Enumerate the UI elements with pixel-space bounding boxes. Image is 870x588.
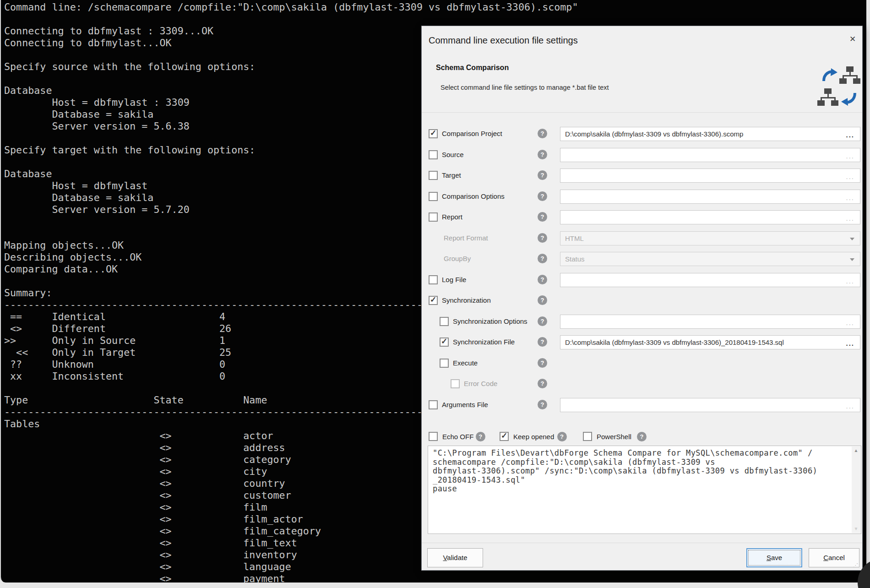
groupby-help-icon[interactable]: ? [538,254,547,263]
error-code-label: Error Code [464,380,497,387]
synchronization-options-label: Synchronization Options [453,317,527,325]
comparison-options-checkbox[interactable] [429,192,438,201]
synchronization-label: Synchronization [442,296,491,304]
comparison-project-label: Comparison Project [442,130,502,137]
row-report-format: Report Format?HTML [422,231,863,245]
synchronization-file-help-icon[interactable]: ? [538,337,547,347]
error-code-checkbox [451,379,460,388]
row-arguments-file: Arguments File?... [422,398,863,412]
row-source: Source?... [422,148,863,162]
keep-opened-label: Keep opened [513,433,554,441]
comparison-project-help-icon[interactable]: ? [538,129,547,138]
cancel-button[interactable]: Cancel [809,548,859,567]
row-groupby: GroupBy?Status [422,252,863,266]
execute-help-icon[interactable]: ? [538,358,547,368]
groupby-dropdown-caret-icon [850,258,854,261]
target-help-icon[interactable]: ? [538,170,547,180]
report-help-icon[interactable]: ? [538,212,547,222]
report-format-dropdown: HTML [560,231,860,245]
powershell-checkbox[interactable] [583,432,592,441]
keep-opened-checkbox[interactable]: ✓ [500,432,509,441]
log-file-browse-button: ... [846,274,854,287]
synchronization-options-browse-button: ... [846,316,854,329]
validate-button[interactable]: Validate [427,548,483,567]
error-code-help-icon[interactable]: ? [538,379,547,388]
dialog-title: Command line execution file settings [429,35,578,46]
echo-off-help-icon[interactable]: ? [476,432,485,441]
close-icon[interactable]: ✕ [847,33,859,45]
bat-file-text[interactable]: "C:\Program Files\Devart\dbForge Schema … [433,449,849,494]
check-icon: ✓ [501,431,507,441]
save-button[interactable]: Save [746,548,802,567]
source-help-icon[interactable]: ? [538,150,547,159]
comparison-project-input[interactable]: D:\comp\sakila (dbfmylast-3309 vs dbfmyl… [560,127,860,141]
synchronization-options-help-icon[interactable]: ? [538,316,547,326]
log-file-label: Log File [442,276,466,283]
source-input: ... [560,148,860,162]
settings-dialog: Command line execution file settings ✕ S… [421,26,863,571]
groupby-label: GroupBy [444,255,471,262]
synchronization-checkbox[interactable]: ✓ [429,296,438,305]
synchronization-options-input: ... [560,315,860,329]
row-execute: Execute? [422,356,863,370]
row-comparison-options: Comparison Options?... [422,190,863,204]
comparison-project-checkbox[interactable]: ✓ [429,129,438,138]
echo-off-checkbox[interactable] [429,432,438,441]
header-divider [422,112,862,113]
report-input: ... [560,210,860,224]
dialog-subtitle: Select command line file settings to man… [440,84,609,91]
bat-scrollbar[interactable]: ▲ ▼ [852,446,860,533]
resize-grip[interactable]: ⋰ [853,562,859,568]
report-format-help-icon[interactable]: ? [538,233,547,243]
check-icon: ✓ [430,128,436,138]
arguments-file-label: Arguments File [442,401,488,408]
row-log-file: Log File?... [422,273,863,287]
log-file-input: ... [560,273,860,287]
source-checkbox[interactable] [429,150,438,159]
schema-comparison-heading: Schema Comparison [436,64,509,72]
report-format-dropdown-caret-icon [850,238,854,240]
row-target: Target?... [422,169,863,183]
log-file-help-icon[interactable]: ? [538,275,547,284]
scroll-down-icon[interactable]: ▼ [852,525,860,533]
row-error-code: Error Code? [422,377,863,391]
echo-off-label: Echo OFF [442,433,473,441]
report-format-label: Report Format [444,234,488,242]
synchronization-file-checkbox[interactable]: ✓ [440,338,449,347]
row-synchronization: ✓Synchronization? [422,294,863,308]
comparison-project-browse-button[interactable]: ... [846,128,854,141]
synchronization-help-icon[interactable]: ? [538,295,547,305]
source-label: Source [442,151,464,158]
arguments-file-help-icon[interactable]: ? [538,400,547,409]
synchronization-file-input[interactable]: D:\comp\sakila (dbfmylast-3309 vs dbfmyl… [560,335,860,349]
powershell-label: PowerShell [597,433,631,441]
footer-divider [422,543,862,543]
report-checkbox[interactable] [429,212,438,222]
report-browse-button: ... [846,212,854,224]
groupby-dropdown: Status [560,252,860,266]
powershell-help-icon[interactable]: ? [637,432,647,441]
arguments-file-checkbox[interactable] [429,400,438,409]
comparison-options-help-icon[interactable]: ? [538,191,547,201]
execute-checkbox[interactable] [440,359,449,368]
synchronization-options-checkbox[interactable] [440,317,449,326]
scroll-up-icon[interactable]: ▲ [852,446,860,455]
target-checkbox[interactable] [429,171,438,180]
comparison-options-input: ... [560,190,860,204]
check-icon: ✓ [441,337,447,346]
schema-compare-icon [817,66,861,110]
synchronization-file-label: Synchronization File [453,338,515,346]
target-browse-button: ... [846,170,854,183]
source-browse-button: ... [846,149,854,162]
row-report: Report?... [422,210,863,224]
log-file-checkbox[interactable] [429,275,438,284]
keep-opened-help-icon[interactable]: ? [557,432,567,441]
synchronization-file-browse-button[interactable]: ... [846,337,854,349]
bat-text-box: "C:\Program Files\Devart\dbForge Schema … [428,446,861,534]
row-comparison-project: ✓Comparison Project?D:\comp\sakila (dbfm… [422,127,863,141]
execute-label: Execute [453,359,478,367]
check-icon: ✓ [430,295,436,305]
target-label: Target [442,171,461,179]
row-synchronization-options: Synchronization Options?... [422,315,863,329]
report-label: Report [442,213,462,221]
